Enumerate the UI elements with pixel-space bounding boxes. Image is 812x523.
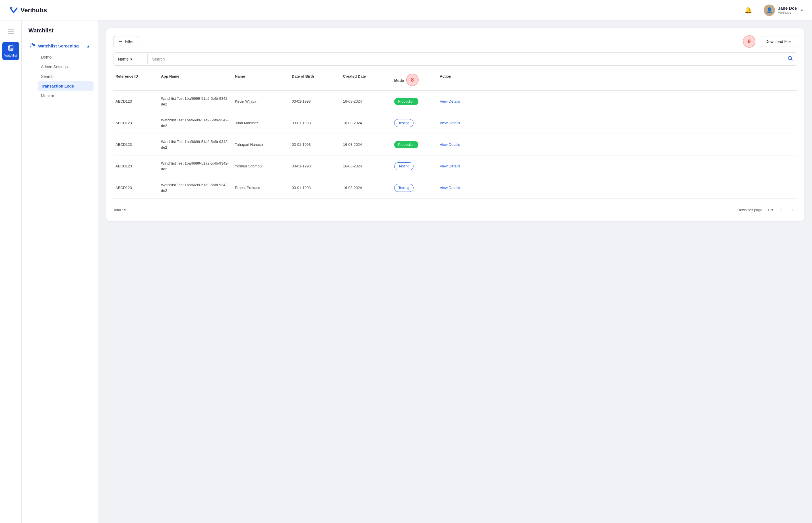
table-row: ABCD123 Watchlist Test 1baf6699-51a9-5bf… — [113, 91, 797, 112]
filter-button[interactable]: ☰ Filter — [113, 36, 139, 47]
search-input[interactable] — [147, 54, 783, 64]
content-card: ☰ Filter 9 Download File Name ▾ — [106, 29, 804, 221]
mode-badge: Testing — [394, 119, 413, 127]
table-row: ABCD123 Watchlist Test 1baf6699-51a9-5bf… — [113, 112, 797, 134]
cell-action[interactable]: View Details — [438, 185, 472, 191]
col-app-name: App Name — [159, 74, 233, 87]
filter-icon: ☰ — [119, 39, 123, 44]
cell-app-name: Watchlist Test 1baf6699-51a9-5bfb-9342-d… — [159, 182, 233, 193]
cell-mode: Testing — [392, 184, 438, 192]
cell-dob: 03-01-1993 — [289, 142, 341, 147]
prev-page-button[interactable]: ‹ — [777, 205, 785, 214]
view-details-link[interactable]: View Details — [440, 121, 460, 125]
nav-item-admin-settings[interactable]: Admin Settings — [38, 62, 93, 72]
search-bar: Name ▾ — [113, 52, 797, 66]
nav-item-search[interactable]: Search — [38, 72, 93, 81]
view-details-link[interactable]: View Details — [440, 164, 460, 168]
logo-icon — [9, 6, 18, 15]
nav-item-monitor[interactable]: Monitor — [38, 91, 93, 101]
col-mode: Mode 8 — [392, 74, 438, 87]
svg-line-9 — [35, 46, 35, 46]
search-type-chevron-icon: ▾ — [130, 57, 132, 61]
main-content: ☰ Filter 9 Download File Name ▾ — [99, 20, 812, 523]
nav-item-demo[interactable]: Demo — [38, 52, 93, 62]
cell-reference-id: ABCD123 — [113, 120, 159, 126]
view-details-link[interactable]: View Details — [440, 99, 460, 104]
mode-badge: Testing — [394, 184, 413, 192]
cell-name: Juan Martinez — [233, 120, 289, 126]
col-mode-label: Mode — [394, 78, 404, 83]
cell-app-name: Watchlist Test 1baf6699-51a9-5bfb-9342-d… — [159, 139, 233, 150]
cell-created-date: 16-03-2024 — [341, 142, 392, 147]
sidebar-item-watchlist-label: Watchlist — [4, 54, 17, 57]
filter-label: Filter — [125, 39, 134, 44]
cell-created-date: 16-03-2024 — [341, 120, 392, 126]
rows-per-page-label: Rows per page : — [738, 208, 764, 212]
mode-badge: Production — [394, 141, 418, 148]
watchlist-icon — [8, 45, 14, 53]
table-body: ABCD123 Watchlist Test 1baf6699-51a9-5bf… — [113, 91, 797, 199]
cell-dob: 03-01-1993 — [289, 120, 341, 126]
table-row: ABCD123 Watchlist Test 1baf6699-51a9-5bf… — [113, 134, 797, 156]
notification-badge-9: 9 — [743, 35, 755, 48]
svg-point-1 — [9, 47, 10, 48]
cell-mode: Testing — [392, 119, 438, 127]
view-details-link[interactable]: View Details — [440, 142, 460, 147]
col-created-date: Created Date — [341, 74, 392, 87]
cell-name: Kevin Wijaya — [233, 98, 289, 104]
col-dob: Date of Birth — [289, 74, 341, 87]
col-reference-id: Reference ID — [113, 74, 159, 87]
nav-section-watchlist-screening: Watchlist Screening ▲ Demo Admin Setting… — [26, 39, 93, 101]
cell-reference-id: ABCD123 — [113, 185, 159, 191]
cell-created-date: 16-03-2024 — [341, 98, 392, 104]
cell-name: Tahapari Hanoch — [233, 142, 289, 147]
search-button[interactable] — [783, 53, 797, 65]
nav-section-header-watchlist-screening[interactable]: Watchlist Screening ▲ — [26, 39, 93, 52]
cell-action[interactable]: View Details — [438, 142, 472, 147]
toolbar-right: 9 Download File — [743, 35, 797, 48]
search-type-select[interactable]: Name ▾ — [113, 54, 147, 64]
watchlist-screening-icon — [30, 42, 35, 50]
table-header: Reference ID App Name Name Date of Birth… — [113, 71, 797, 91]
user-menu[interactable]: 👤 Jane Doe Verihubs ▾ — [764, 4, 803, 16]
cell-mode: Production — [392, 141, 438, 148]
nav-title: Watchlist — [26, 27, 93, 34]
cell-action[interactable]: View Details — [438, 163, 472, 169]
cell-mode: Testing — [392, 162, 438, 170]
total-count: Total : 5 — [113, 208, 126, 212]
cell-action[interactable]: View Details — [438, 120, 472, 126]
icon-sidebar: Watchlist — [0, 20, 22, 523]
cell-action[interactable]: View Details — [438, 98, 472, 104]
notification-bell-icon[interactable]: 🔔 — [744, 6, 752, 14]
rows-per-page: Rows per page : 10 ▾ — [738, 208, 773, 212]
cell-app-name: Watchlist Test 1baf6699-51a9-5bfb-9342-d… — [159, 161, 233, 172]
cell-dob: 03-01-1993 — [289, 185, 341, 191]
nav-item-transaction-logs[interactable]: Transaction Logs — [38, 81, 93, 91]
svg-point-7 — [31, 43, 33, 45]
mode-badge-8: 8 — [406, 74, 419, 86]
mode-badge: Testing — [394, 162, 413, 170]
logo: Verihubs — [9, 6, 47, 15]
mode-badge: Production — [394, 98, 418, 105]
cell-app-name: Watchlist Test 1baf6699-51a9-5bfb-9342-d… — [159, 96, 233, 107]
logo-text: Verihubs — [20, 6, 47, 14]
rows-per-page-value: 10 — [766, 208, 770, 212]
rows-per-page-chevron-icon: ▾ — [771, 208, 773, 212]
rows-per-page-select[interactable]: 10 ▾ — [766, 208, 773, 212]
chevron-down-icon: ▾ — [801, 8, 803, 13]
sidebar-item-watchlist[interactable]: Watchlist — [2, 42, 19, 60]
download-file-button[interactable]: Download File — [759, 36, 797, 47]
user-company: Verihubs — [778, 11, 797, 15]
cell-app-name: Watchlist Test 1baf6699-51a9-5bfb-9342-d… — [159, 118, 233, 128]
toolbar-left: ☰ Filter — [113, 36, 139, 47]
next-page-button[interactable]: › — [789, 205, 797, 214]
header-right: 🔔 👤 Jane Doe Verihubs ▾ — [744, 4, 803, 16]
cell-created-date: 16-03-2024 — [341, 163, 392, 169]
svg-point-5 — [9, 49, 10, 50]
app-header: Verihubs 🔔 👤 Jane Doe Verihubs ▾ — [0, 0, 812, 20]
cell-reference-id: ABCD123 — [113, 142, 159, 147]
cell-reference-id: ABCD123 — [113, 98, 159, 104]
hamburger-button[interactable] — [2, 26, 19, 37]
view-details-link[interactable]: View Details — [440, 186, 460, 190]
nav-sub-items: Demo Admin Settings Search Transaction L… — [26, 52, 93, 101]
